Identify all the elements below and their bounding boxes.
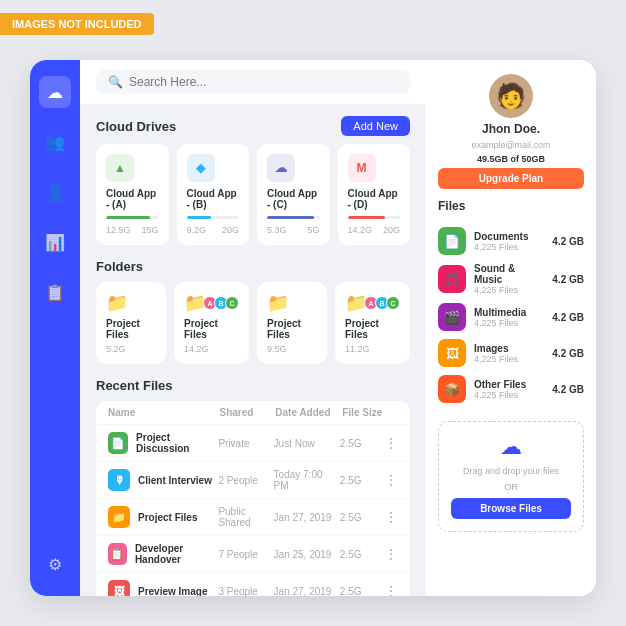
file-date: Just Now <box>274 438 340 449</box>
user-email: example@mail.com <box>471 140 550 150</box>
folders-header: Folders <box>96 259 410 274</box>
file-type-item[interactable]: 🖼 Images 4,225 Files 4.2 GB <box>438 335 584 371</box>
file-date: Jan 27, 2019 <box>274 512 340 523</box>
storage-text: 49.5GB of 50GB <box>477 154 545 164</box>
files-table: NameSharedDate AddedFile Size 📄 Project … <box>96 401 410 596</box>
file-type-info: Multimedia 4,225 Files <box>474 307 544 328</box>
drive-icon: M <box>348 154 376 182</box>
file-shared: 7 People <box>218 549 273 560</box>
drive-card[interactable]: ▲ Cloud App - (A) 12.5G 15G <box>96 144 169 245</box>
drive-progress-fill <box>267 216 314 219</box>
file-type-size: 4.2 GB <box>552 236 584 247</box>
drive-card[interactable]: ◆ Cloud App - (B) 9.2G 20G <box>177 144 250 245</box>
upgrade-plan-button[interactable]: Upgrade Plan <box>438 168 584 189</box>
file-name-cell: 📁 Project Files <box>108 506 218 528</box>
sidebar-item-cloud[interactable]: ☁ <box>39 76 71 108</box>
drive-progress-fill <box>187 216 211 219</box>
table-row[interactable]: 🎙 Client Interview 2 People Today 7:00 P… <box>96 462 410 499</box>
images-not-included-banner: IMAGES NOT INCLUDED <box>0 13 154 35</box>
file-icon: 📁 <box>108 506 130 528</box>
folders-title: Folders <box>96 259 143 274</box>
drive-name: Cloud App - (C) <box>267 188 320 210</box>
table-row[interactable]: 📄 Project Discussion Private Just Now 2.… <box>96 425 410 462</box>
drive-icon: ◆ <box>187 154 215 182</box>
folder-icon: 📁 <box>106 292 128 314</box>
files-panel-title: Files <box>438 199 584 213</box>
table-row[interactable]: 📋 Developer Handover 7 People Jan 25, 20… <box>96 536 410 573</box>
folder-size: 14.2G <box>184 344 239 354</box>
drive-icon: ☁ <box>267 154 295 182</box>
table-row[interactable]: 🖼 Preview Image 3 People Jan 27, 2019 2.… <box>96 573 410 596</box>
folder-card[interactable]: 📁 Project Files 9.5G <box>257 282 327 364</box>
file-type-info: Documents 4,225 Files <box>474 231 544 252</box>
file-type-size: 4.2 GB <box>552 348 584 359</box>
file-menu-dots[interactable]: ⋮ <box>384 509 398 525</box>
folders-grid: 📁 Project Files 5.2G 📁 A B C Project Fil… <box>96 282 410 364</box>
cloud-drives-grid: ▲ Cloud App - (A) 12.5G 15G ◆ Cloud App … <box>96 144 410 245</box>
file-type-icon: 🖼 <box>438 339 466 367</box>
file-type-size: 4.2 GB <box>552 274 584 285</box>
file-type-info: Sound & Music 4,225 Files <box>474 263 544 295</box>
file-menu-dots[interactable]: ⋮ <box>384 472 398 488</box>
folder-card[interactable]: 📁 A B C Project Files 14.2G <box>174 282 249 364</box>
recent-files-header: Recent Files <box>96 378 410 393</box>
sidebar: ☁ 👥 👤 📊 📋 ⚙ <box>30 60 80 596</box>
drive-card[interactable]: ☁ Cloud App - (C) 5.3G 5G <box>257 144 330 245</box>
recent-files-section: Recent Files NameSharedDate AddedFile Si… <box>96 378 410 596</box>
file-name-cell: 🎙 Client Interview <box>108 469 218 491</box>
file-type-icon: 📄 <box>438 227 466 255</box>
sidebar-item-analytics[interactable]: 📊 <box>39 226 71 258</box>
avatar: 🧑 <box>489 74 533 118</box>
drive-progress-bar <box>106 216 159 219</box>
sidebar-item-profile[interactable]: 👤 <box>39 176 71 208</box>
file-size: 2.5G <box>340 475 384 486</box>
file-type-item[interactable]: 📄 Documents 4,225 Files 4.2 GB <box>438 223 584 259</box>
drop-zone-text: Drag and drop your files <box>463 466 559 476</box>
app-container: ☁ 👥 👤 📊 📋 ⚙ 🔍 Cloud Drives Add New <box>30 60 596 596</box>
file-type-size: 4.2 GB <box>552 312 584 323</box>
topbar: 🔍 <box>80 60 426 104</box>
drive-card[interactable]: M Cloud App - (D) 14.2G 20G <box>338 144 411 245</box>
file-name-cell: 📋 Developer Handover <box>108 543 218 565</box>
folder-avatars: A B C <box>206 296 239 310</box>
file-icon: 🖼 <box>108 580 130 596</box>
files-table-header: NameSharedDate AddedFile Size <box>96 401 410 425</box>
file-type-size: 4.2 GB <box>552 384 584 395</box>
file-type-item[interactable]: 📦 Other Files 4,225 Files 4.2 GB <box>438 371 584 407</box>
recent-files-title: Recent Files <box>96 378 173 393</box>
file-menu-dots[interactable]: ⋮ <box>384 435 398 451</box>
or-text: OR <box>504 482 518 492</box>
table-row[interactable]: 📁 Project Files Public Shared Jan 27, 20… <box>96 499 410 536</box>
drive-progress-bar <box>348 216 401 219</box>
folder-name: Project Files <box>106 318 156 340</box>
folder-name: Project Files <box>345 318 400 340</box>
folder-name: Project Files <box>184 318 239 340</box>
banner-text: IMAGES NOT INCLUDED <box>12 18 142 30</box>
file-menu-dots[interactable]: ⋮ <box>384 583 398 596</box>
browse-files-button[interactable]: Browse Files <box>451 498 571 519</box>
file-date: Today 7:00 PM <box>274 469 340 491</box>
search-input[interactable] <box>129 75 398 89</box>
drive-progress-bar <box>267 216 320 219</box>
add-new-button[interactable]: Add New <box>341 116 410 136</box>
sidebar-item-team[interactable]: 👥 <box>39 126 71 158</box>
folder-header: 📁 A B C <box>184 292 239 314</box>
file-type-item[interactable]: 🎵 Sound & Music 4,225 Files 4.2 GB <box>438 259 584 299</box>
drive-progress-bar <box>187 216 240 219</box>
drive-progress-fill <box>106 216 150 219</box>
cloud-drives-title: Cloud Drives <box>96 119 176 134</box>
file-name-cell: 📄 Project Discussion <box>108 432 218 454</box>
profile-section: 🧑 Jhon Doe. example@mail.com 49.5GB of 5… <box>438 74 584 189</box>
file-type-item[interactable]: 🎬 Multimedia 4,225 Files 4.2 GB <box>438 299 584 335</box>
sidebar-item-settings[interactable]: ⚙ <box>39 548 71 580</box>
file-menu-dots[interactable]: ⋮ <box>384 546 398 562</box>
folder-card[interactable]: 📁 A B C Project Files 11.2G <box>335 282 410 364</box>
sidebar-item-files[interactable]: 📋 <box>39 276 71 308</box>
file-shared: 2 People <box>218 475 273 486</box>
folder-card[interactable]: 📁 Project Files 5.2G <box>96 282 166 364</box>
user-name: Jhon Doe. <box>482 122 540 136</box>
right-panel: 🧑 Jhon Doe. example@mail.com 49.5GB of 5… <box>426 60 596 596</box>
file-icon: 📋 <box>108 543 127 565</box>
file-date: Jan 27, 2019 <box>274 586 340 597</box>
file-size: 2.5G <box>340 438 384 449</box>
